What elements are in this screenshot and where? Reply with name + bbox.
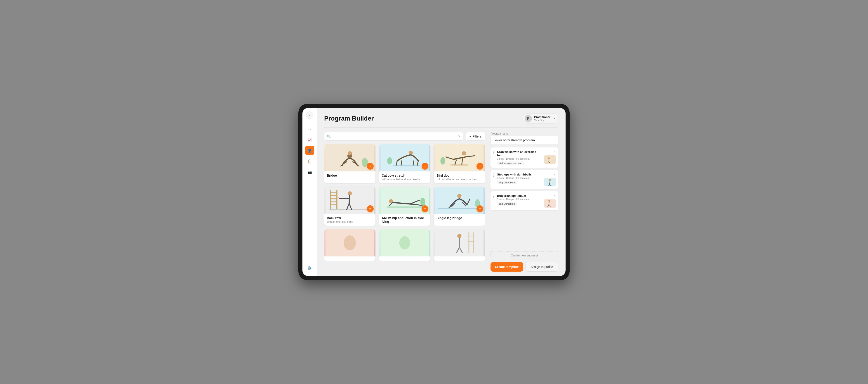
exercise-info-row3-3 xyxy=(434,257,485,261)
exercise-name-single-leg-bridge: Single leg bridge xyxy=(436,216,483,220)
exercise-thumb-row3-1 xyxy=(324,229,375,257)
exercise-thumb-back-row: + xyxy=(324,187,375,214)
main-content: Program Builder P Practitioner Your Org … xyxy=(317,108,565,276)
drag-handle-crab-walk[interactable] xyxy=(493,150,495,154)
exercise-card-row3-3[interactable] xyxy=(434,229,485,261)
exercise-card-arom-hip[interactable]: + AROM hip abduction in side lying xyxy=(379,187,430,226)
program-name-label: Program name: xyxy=(491,132,558,135)
svg-line-15 xyxy=(401,161,402,165)
svg-point-50 xyxy=(420,198,425,206)
sidebar-toggle-button[interactable]: › xyxy=(306,112,313,119)
bulgarian-header: Bulgarian split squat 3 sets · 10 reps ·… xyxy=(493,194,556,208)
search-icon: 🔍 xyxy=(327,135,331,138)
svg-rect-84 xyxy=(548,185,552,186)
search-bar: 🔍 ✕ ≡ Filters xyxy=(324,132,485,141)
bulgarian-tag: 1kg Dumbbells xyxy=(497,202,517,206)
sidebar-item-camera[interactable]: 📷 xyxy=(305,168,314,177)
svg-point-80 xyxy=(549,179,551,181)
exercise-name-bridge: Bridge xyxy=(327,174,373,177)
exercise-card-bridge[interactable]: + Bridge xyxy=(324,144,375,183)
exercise-card-cat-cow[interactable]: + Cat cow stretch with a dumbbell and ex… xyxy=(379,144,430,183)
remove-step-ups-button[interactable]: × xyxy=(554,173,556,176)
exercise-card-single-leg-bridge[interactable]: + Single leg bridge xyxy=(434,187,485,226)
add-back-row-button[interactable]: + xyxy=(367,205,374,212)
create-template-button[interactable]: Create template xyxy=(491,262,523,272)
sidebar-item-home[interactable]: ⌂ xyxy=(305,124,314,133)
exercise-list: Crab walks with an exercise ban... 3 set… xyxy=(491,147,558,248)
exercise-thumb-arom-hip: + xyxy=(379,187,430,214)
program-name-input[interactable] xyxy=(491,136,558,145)
remove-crab-walk-button[interactable]: × xyxy=(554,150,556,154)
exercise-thumb-bird-dog: + xyxy=(434,144,485,171)
exercise-grid: + Bridge xyxy=(324,144,485,261)
sidebar-item-clients[interactable]: 👤 xyxy=(305,146,314,155)
program-panel: Program name: xyxy=(491,132,558,272)
crab-walk-thumb xyxy=(544,155,556,164)
bulgarian-sets: 3 sets · 10 reps · 60 secs rest xyxy=(497,198,530,201)
exercise-name-arom-hip: AROM hip abduction in side lying xyxy=(382,216,428,224)
step-ups-info: Step ups with dumbbells 3 sets · 10 reps… xyxy=(497,173,532,184)
sidebar-item-settings[interactable]: ⚙️ xyxy=(305,263,314,272)
svg-line-4 xyxy=(358,165,359,166)
svg-rect-28 xyxy=(451,164,469,166)
svg-rect-68 xyxy=(469,232,469,253)
bulgarian-info: Bulgarian split squat 3 sets · 10 reps ·… xyxy=(497,194,530,206)
exercises-icon: 📋 xyxy=(307,159,312,164)
svg-point-74 xyxy=(548,157,550,159)
crab-walk-info: Crab walks with an exercise ban... 3 set… xyxy=(497,150,538,165)
drag-handle-bulgarian[interactable] xyxy=(493,194,495,198)
exercise-card-bird-dog[interactable]: + Bird dog with a kettlebell and exercis… xyxy=(434,144,485,183)
user-menu[interactable]: P Practitioner Your Org ▾ xyxy=(523,113,558,124)
crab-walk-name: Crab walks with an exercise ban... xyxy=(497,150,538,157)
settings-icon: ⚙️ xyxy=(307,266,312,270)
exercise-desc-back-row: with an exercise band xyxy=(327,220,373,224)
svg-point-18 xyxy=(387,157,392,165)
page-title: Program Builder xyxy=(324,115,374,122)
action-buttons: Create template Assign to profile xyxy=(491,262,558,272)
drag-handle-step-ups[interactable] xyxy=(493,173,495,177)
sidebar-item-analytics[interactable]: 📈 xyxy=(305,135,314,144)
add-bird-dog-button[interactable]: + xyxy=(476,163,483,170)
exercise-card-row3-1[interactable] xyxy=(324,229,375,261)
exercise-thumb-row3-2 xyxy=(379,229,430,257)
create-superset-button[interactable]: Create new superset xyxy=(491,251,558,259)
search-input-wrapper: 🔍 ✕ xyxy=(324,132,463,141)
svg-point-53 xyxy=(457,194,462,198)
sidebar: › ⌂ 📈 👤 📋 📷 ⚙️ xyxy=(303,108,317,276)
svg-line-39 xyxy=(349,196,350,204)
filter-button[interactable]: ≡ Filters xyxy=(466,132,485,141)
step-ups-name: Step ups with dumbbells xyxy=(497,173,532,176)
add-single-leg-bridge-button[interactable]: + xyxy=(476,205,483,212)
svg-rect-49 xyxy=(386,206,426,208)
svg-point-60 xyxy=(344,235,356,250)
remove-bulgarian-button[interactable]: × xyxy=(554,194,556,198)
exercise-thumb-bridge: + xyxy=(324,144,375,171)
exercise-item-crab-walk: Crab walks with an exercise ban... 3 set… xyxy=(491,147,558,168)
svg-rect-73 xyxy=(544,155,556,164)
exercise-thumb-single-leg-bridge: + xyxy=(434,187,485,214)
exercise-info-single-leg-bridge: Single leg bridge xyxy=(434,214,485,222)
exercise-card-back-row[interactable]: + Back row with an exercise band xyxy=(324,187,375,226)
sidebar-item-exercises[interactable]: 📋 xyxy=(305,157,314,166)
add-bridge-button[interactable]: + xyxy=(367,163,374,170)
bulgarian-left: Bulgarian split squat 3 sets · 10 reps ·… xyxy=(493,194,530,206)
svg-point-64 xyxy=(457,234,462,238)
search-clear-button[interactable]: ✕ xyxy=(458,135,461,138)
svg-point-21 xyxy=(462,151,466,156)
bulgarian-thumb xyxy=(544,199,556,208)
exercise-thumb-row3-3 xyxy=(434,229,485,257)
assign-profile-button[interactable]: Assign to profile xyxy=(525,262,558,272)
search-input[interactable] xyxy=(324,132,463,141)
exercise-desc-cat-cow: with a dumbbell and exercise ba... xyxy=(382,178,428,181)
avatar: P xyxy=(525,115,532,122)
svg-point-86 xyxy=(548,200,550,202)
svg-point-12 xyxy=(408,151,413,155)
svg-rect-10 xyxy=(380,144,429,171)
analytics-icon: 📈 xyxy=(307,138,312,142)
home-icon: ⌂ xyxy=(308,126,311,131)
crab-walk-header: Crab walks with an exercise ban... 3 set… xyxy=(493,150,556,165)
svg-point-62 xyxy=(399,236,410,250)
exercise-thumb-cat-cow: + xyxy=(379,144,430,171)
exercise-card-row3-2[interactable] xyxy=(379,229,430,261)
screen: › ⌂ 📈 👤 📋 📷 ⚙️ Prog xyxy=(303,108,565,276)
